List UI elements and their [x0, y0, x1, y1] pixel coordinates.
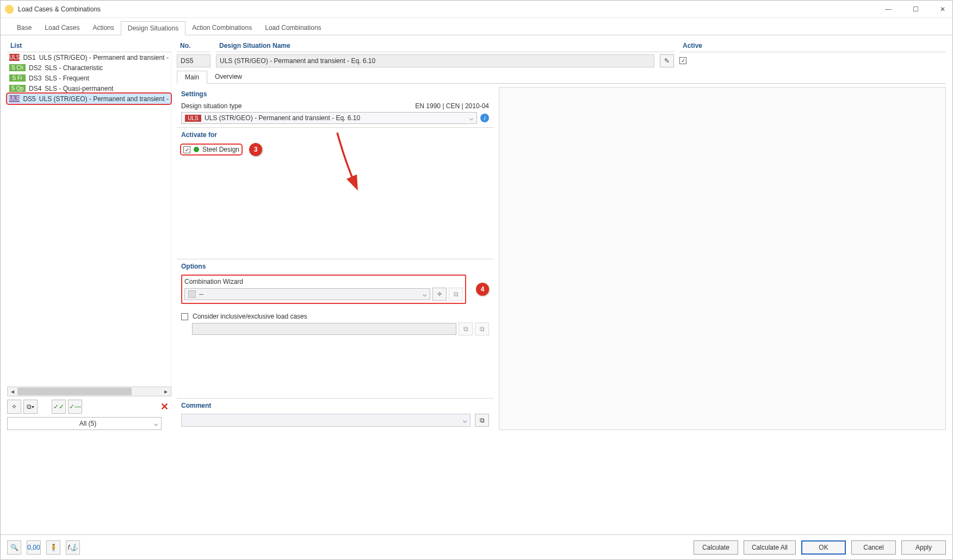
chevron-down-icon: ⌵ — [423, 290, 426, 298]
combination-wizard-label: Combination Wizard — [184, 278, 463, 285]
list-filter-value: All (5) — [79, 420, 96, 427]
list-badge: S Fr — [9, 74, 26, 82]
active-label: Active — [679, 40, 946, 52]
combination-wizard-combo[interactable]: -- ⌵ — [184, 288, 430, 300]
tab-action-combinations[interactable]: Action Combinations — [185, 21, 258, 35]
calculate-button[interactable]: Calculate — [694, 540, 738, 555]
calculate-all-button[interactable]: Calculate All — [744, 540, 796, 555]
consider-edit-button[interactable]: ⧉ — [475, 322, 489, 335]
list-item[interactable]: ULSDS5ULS (STR/GEO) - Permanent and tran… — [7, 94, 171, 104]
wizard-color-swatch — [188, 290, 196, 298]
cancel-button[interactable]: Cancel — [851, 540, 896, 555]
list-code: DS3 — [29, 74, 41, 82]
list-header: List — [7, 40, 171, 52]
select-all-button[interactable]: ✓✓ — [52, 400, 66, 414]
deselect-all-button[interactable]: ✓― — [68, 400, 82, 414]
options-title: Options — [181, 263, 489, 270]
list-code: DS4 — [29, 85, 41, 92]
search-icon[interactable]: 🔍 — [7, 540, 21, 555]
comment-library-button[interactable]: ⧉ — [475, 414, 489, 427]
design-situation-type-label: Design situation type — [181, 102, 242, 110]
consider-cases-checkbox[interactable] — [181, 313, 188, 320]
apply-button[interactable]: Apply — [901, 540, 946, 555]
list-item[interactable]: S ChDS2SLS - Characteristic — [7, 63, 171, 73]
list-code: DS5 — [23, 95, 35, 103]
subtab-overview[interactable]: Overview — [207, 71, 250, 83]
ok-button[interactable]: OK — [801, 540, 846, 555]
list-code: DS1 — [23, 54, 35, 61]
settings-title: Settings — [181, 90, 489, 98]
consider-new-button[interactable]: ⧉ — [459, 322, 473, 335]
consider-cases-label: Consider inclusive/exclusive load cases — [193, 313, 307, 320]
subtab-main[interactable]: Main — [177, 71, 207, 84]
scroll-right-icon[interactable]: ▸ — [161, 388, 171, 395]
list-text: SLS - Quasi-permanent — [45, 85, 113, 92]
uls-badge: ULS — [185, 115, 201, 122]
new-item-button[interactable]: ✧ — [7, 400, 21, 414]
tab-actions[interactable]: Actions — [86, 21, 120, 35]
list-text: SLS - Characteristic — [45, 64, 103, 72]
chevron-down-icon: ⌵ — [469, 114, 473, 122]
list-filter-combo[interactable]: All (5) ⌵ — [7, 417, 162, 430]
comment-field[interactable]: ⌵ — [181, 414, 471, 427]
chevron-down-icon: ⌵ — [463, 416, 467, 424]
list-text: SLS - Frequent — [45, 74, 89, 82]
list-horizontal-scrollbar[interactable]: ◂ ▸ — [7, 387, 171, 396]
list-item[interactable]: S QpDS4SLS - Quasi-permanent — [7, 83, 171, 94]
steel-design-label: Steel Design — [202, 146, 239, 153]
edit-name-button[interactable]: ✎ — [660, 54, 674, 67]
comment-title: Comment — [181, 402, 489, 409]
chevron-down-icon: ⌵ — [154, 420, 158, 427]
formula-icon[interactable]: f⚓ — [66, 540, 80, 555]
consider-cases-combo — [192, 323, 456, 335]
preview-panel — [499, 87, 946, 430]
maximize-icon[interactable]: ☐ — [910, 4, 921, 15]
minimize-icon[interactable]: ― — [883, 4, 894, 15]
close-icon[interactable]: ✕ — [937, 4, 948, 15]
list-badge: S Ch — [9, 64, 26, 71]
name-field[interactable]: ULS (STR/GEO) - Permanent and transient … — [216, 54, 654, 67]
window-title: Load Cases & Combinations — [18, 5, 101, 13]
wizard-edit-button[interactable]: ⧉ — [449, 288, 463, 301]
tab-base[interactable]: Base — [10, 21, 38, 35]
no-label: No. — [177, 40, 211, 52]
main-tabbar: BaseLoad CasesActionsDesign SituationsAc… — [1, 20, 952, 35]
wizard-new-button[interactable]: ✧ — [432, 288, 447, 301]
tab-load-cases[interactable]: Load Cases — [38, 21, 86, 35]
callout-4: 4 — [476, 283, 489, 296]
list-item[interactable]: ULSDS1ULS (STR/GEO) - Permanent and tran… — [7, 52, 171, 63]
activate-for-title: Activate for — [181, 131, 489, 139]
tab-design-situations[interactable]: Design Situations — [121, 21, 185, 35]
object-icon[interactable]: 🧍 — [46, 540, 60, 555]
active-checkbox[interactable]: ✓ — [679, 57, 686, 64]
steel-dot-icon — [194, 147, 199, 152]
no-field[interactable]: DS5 — [177, 54, 211, 67]
steel-design-checkbox[interactable]: ✓ — [183, 146, 190, 153]
info-icon[interactable]: i — [480, 114, 489, 122]
delete-button[interactable]: ✕ — [157, 400, 171, 414]
scroll-left-icon[interactable]: ◂ — [8, 388, 17, 395]
scroll-thumb[interactable] — [17, 388, 132, 395]
app-icon — [5, 5, 14, 14]
design-situations-list[interactable]: ULSDS1ULS (STR/GEO) - Permanent and tran… — [7, 52, 171, 387]
list-text: ULS (STR/GEO) - Permanent and transient … — [39, 95, 171, 103]
list-badge: S Qp — [9, 85, 26, 92]
units-icon[interactable]: 0,00 — [27, 540, 41, 555]
sub-tabbar: MainOverview — [177, 71, 946, 84]
list-code: DS2 — [29, 64, 41, 72]
standard-text: EN 1990 | CEN | 2010-04 — [415, 102, 489, 110]
duplicate-item-button[interactable]: ⧉▾ — [23, 400, 38, 414]
list-text: ULS (STR/GEO) - Permanent and transient … — [39, 54, 171, 61]
design-situation-type-combo[interactable]: ULS ULS (STR/GEO) - Permanent and transi… — [181, 112, 477, 124]
list-badge: ULS — [9, 95, 20, 102]
name-label: Design Situation Name — [216, 40, 674, 52]
list-badge: ULS — [9, 54, 20, 61]
tab-load-combinations[interactable]: Load Combinations — [258, 21, 327, 35]
callout-3: 3 — [249, 143, 262, 156]
list-item[interactable]: S FrDS3SLS - Frequent — [7, 73, 171, 83]
